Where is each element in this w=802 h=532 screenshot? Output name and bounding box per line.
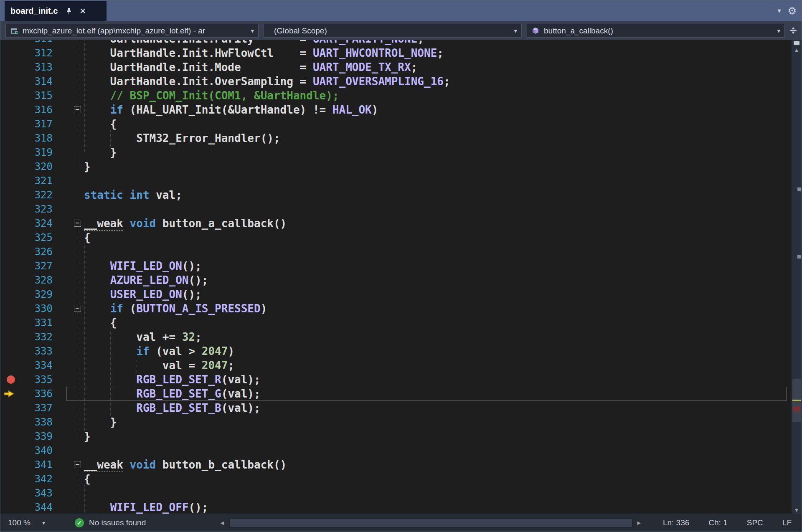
line-number[interactable]: 315: [13, 89, 53, 103]
line-number[interactable]: 314: [13, 74, 53, 89]
code-line[interactable]: 331 {: [0, 316, 792, 330]
code-text[interactable]: __weak void button_b_callback(): [84, 458, 287, 472]
line-number[interactable]: 339: [13, 429, 53, 443]
code-text[interactable]: val += 32;: [84, 330, 202, 344]
line-number[interactable]: 329: [13, 287, 53, 301]
code-line[interactable]: 327 WIFI_LED_ON();: [0, 259, 792, 273]
code-text[interactable]: }: [84, 160, 91, 174]
line-number[interactable]: 323: [13, 202, 53, 216]
scroll-up-icon[interactable]: ▲: [792, 47, 802, 53]
line-number[interactable]: 341: [13, 458, 53, 472]
fold-toggle-icon[interactable]: [74, 305, 81, 312]
line-number[interactable]: 340: [13, 443, 53, 458]
code-line[interactable]: 311 UartHandle.Init.Parity = UART_PARITY…: [0, 40, 792, 46]
code-line[interactable]: 323: [0, 202, 792, 216]
code-line[interactable]: 318 STM32_Error_Handler();: [0, 131, 792, 145]
code-line[interactable]: 319 }: [0, 145, 792, 160]
project-dropdown[interactable]: mxchip_azure_iot.elf (app\mxchip_azure_i…: [5, 24, 259, 38]
line-number[interactable]: 334: [13, 358, 53, 372]
line-number[interactable]: 320: [13, 160, 53, 174]
scrollbar-track[interactable]: [792, 54, 802, 506]
scope-dropdown[interactable]: (Global Scope) ▾: [264, 24, 522, 38]
line-number[interactable]: 332: [13, 330, 53, 344]
line-number[interactable]: 342: [13, 472, 53, 486]
line-number[interactable]: 330: [13, 301, 53, 316]
code-text[interactable]: if (val > 2047): [84, 344, 234, 358]
document-health-indicator[interactable]: ✓ No issues found: [75, 514, 146, 532]
code-line[interactable]: 342{: [0, 472, 792, 486]
code-line[interactable]: 338 }: [0, 415, 792, 429]
code-text[interactable]: RGB_LED_SET_B(val);: [84, 401, 261, 415]
line-number[interactable]: 335: [13, 372, 53, 387]
code-line[interactable]: 335 RGB_LED_SET_R(val);: [0, 372, 792, 387]
horizontal-scrollbar[interactable]: [229, 518, 633, 528]
line-number[interactable]: 338: [13, 415, 53, 429]
scroll-down-icon[interactable]: ▼: [792, 507, 802, 513]
code-line[interactable]: 329 USER_LED_ON();: [0, 287, 792, 301]
code-line[interactable]: 336 RGB_LED_SET_G(val);: [0, 387, 792, 401]
code-text[interactable]: // BSP_COM_Init(COM1, &UartHandle);: [84, 89, 339, 103]
code-text[interactable]: RGB_LED_SET_R(val);: [84, 372, 261, 387]
code-text[interactable]: {: [84, 117, 117, 131]
member-dropdown[interactable]: button_a_callback() ▾: [527, 24, 785, 38]
line-number[interactable]: 325: [13, 231, 53, 245]
split-grip[interactable]: [794, 41, 799, 45]
pin-icon[interactable]: [65, 8, 73, 15]
line-number[interactable]: 336: [13, 387, 53, 401]
line-number[interactable]: 328: [13, 273, 53, 287]
code-text[interactable]: STM32_Error_Handler();: [84, 131, 280, 145]
code-line[interactable]: 317 {: [0, 117, 792, 131]
line-number[interactable]: 343: [13, 486, 53, 500]
code-text[interactable]: if (HAL_UART_Init(&UartHandle) != HAL_OK…: [84, 103, 378, 117]
line-number[interactable]: 312: [13, 46, 53, 60]
scroll-left-icon[interactable]: ◄: [219, 514, 225, 532]
code-line[interactable]: 324__weak void button_a_callback(): [0, 216, 792, 231]
code-text[interactable]: RGB_LED_SET_G(val);: [84, 387, 261, 401]
code-line[interactable]: 326: [0, 245, 792, 259]
zoom-control[interactable]: 100 % ▾: [8, 514, 45, 532]
eol-indicator[interactable]: LF: [782, 518, 792, 527]
code-line[interactable]: 341__weak void button_b_callback(): [0, 458, 792, 472]
fold-toggle-icon[interactable]: [74, 106, 81, 113]
line-number[interactable]: 313: [13, 60, 53, 74]
line-number[interactable]: 322: [13, 188, 53, 202]
code-text[interactable]: val = 2047;: [84, 358, 234, 372]
code-line[interactable]: 332 val += 32;: [0, 330, 792, 344]
code-text[interactable]: AZURE_LED_ON();: [84, 273, 208, 287]
code-text[interactable]: if (BUTTON_A_IS_PRESSED): [84, 301, 267, 316]
code-editor[interactable]: 311 UartHandle.Init.Parity = UART_PARITY…: [0, 40, 792, 515]
line-number[interactable]: 316: [13, 103, 53, 117]
code-text[interactable]: UartHandle.Init.OverSampling = UART_OVER…: [84, 74, 450, 89]
code-text[interactable]: }: [84, 415, 117, 429]
code-line[interactable]: 313 UartHandle.Init.Mode = UART_MODE_TX_…: [0, 60, 792, 74]
fold-toggle-icon[interactable]: [74, 461, 81, 468]
split-editor-icon[interactable]: [789, 26, 798, 35]
code-text[interactable]: }: [84, 429, 91, 443]
line-number[interactable]: 337: [13, 401, 53, 415]
code-line[interactable]: 321: [0, 174, 792, 188]
line-number[interactable]: 317: [13, 117, 53, 131]
code-line[interactable]: 312 UartHandle.Init.HwFlowCtl = UART_HWC…: [0, 46, 792, 60]
tab-list-chevron-icon[interactable]: ▾: [777, 7, 781, 15]
code-text[interactable]: static int val;: [84, 188, 182, 202]
close-icon[interactable]: ✕: [79, 7, 86, 15]
code-line[interactable]: 340: [0, 443, 792, 458]
line-number[interactable]: 319: [13, 145, 53, 160]
code-text[interactable]: WIFI_LED_OFF();: [84, 500, 208, 514]
code-text[interactable]: UartHandle.Init.Parity = UART_PARITY_NON…: [84, 40, 424, 46]
code-line[interactable]: 330 if (BUTTON_A_IS_PRESSED): [0, 301, 792, 316]
code-line[interactable]: 320}: [0, 160, 792, 174]
code-line[interactable]: 343: [0, 486, 792, 500]
code-text[interactable]: {: [84, 231, 91, 245]
code-text[interactable]: }: [84, 145, 117, 160]
line-number[interactable]: 326: [13, 245, 53, 259]
vertical-scrollbar[interactable]: ▲ ▼: [792, 40, 802, 515]
code-line[interactable]: 344 WIFI_LED_OFF();: [0, 500, 792, 514]
horizontal-scrollbar-thumb[interactable]: [230, 519, 632, 527]
line-number[interactable]: 344: [13, 500, 53, 514]
fold-toggle-icon[interactable]: [74, 220, 81, 227]
code-text[interactable]: UartHandle.Init.Mode = UART_MODE_TX_RX;: [84, 60, 417, 74]
settings-gear-icon[interactable]: ⚙: [787, 6, 797, 16]
code-line[interactable]: 333 if (val > 2047): [0, 344, 792, 358]
breakpoint-icon[interactable]: [7, 375, 15, 384]
